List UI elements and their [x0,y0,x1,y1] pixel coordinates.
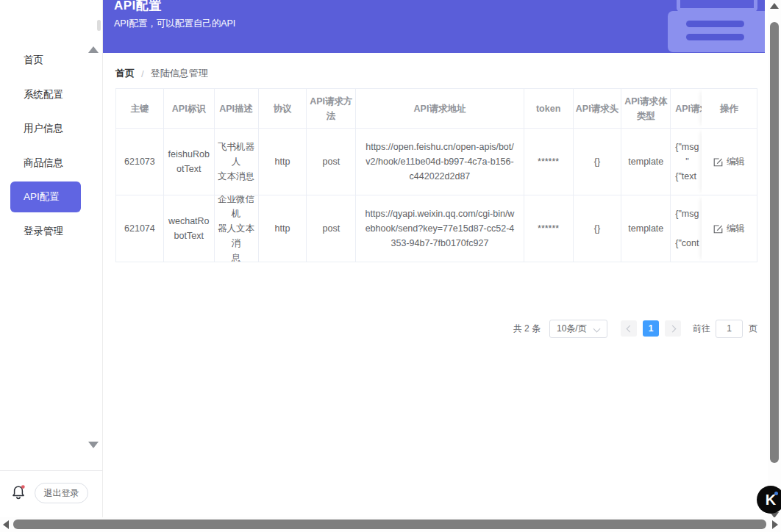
cell-protocol: http [259,195,307,262]
pagination: 共 2 条 10条/页 1 前往 页 [513,319,757,338]
edit-icon [713,157,723,167]
edit-button[interactable]: 编辑 [713,223,745,235]
scroll-up-arrow-icon[interactable] [770,3,779,9]
vertical-scrollbar[interactable] [768,0,781,532]
cell-token: ****** [524,129,574,195]
next-page-button[interactable] [665,320,681,337]
cell-id: 621073 [116,129,164,195]
horizontal-scrollbar[interactable] [0,517,781,532]
col-header-api-desc: API描述 [215,89,259,128]
header-illustration-frame [677,0,757,12]
col-header-method: API请求方法 [307,89,356,128]
scroll-left-arrow-icon[interactable] [3,520,9,529]
cell-url: https://open.feishu.cn/open-apis/bot/v2/… [356,129,524,195]
sidebar-item-api-config[interactable]: API配置 [10,181,81,212]
cell-body-type: template [621,195,671,262]
cell-actions: 编辑 [702,129,757,195]
main-content: 首页 / 登陆信息管理 主键 API标识 API描述 协议 API请求方法 AP… [103,53,765,532]
k-badge-dot [774,492,778,495]
breadcrumb-separator: / [141,68,144,79]
cell-id: 621074 [116,195,164,262]
table-row: 621073 feishuRobotText 飞书机器人 文本消息 http p… [116,129,757,195]
page-size-select[interactable]: 10条/页 [549,320,607,338]
breadcrumb-current: 登陆信息管理 [151,67,208,80]
cell-api-desc: 飞书机器人 文本消息 [215,129,259,195]
notification-dot [21,485,25,489]
api-table: 主键 API标识 API描述 协议 API请求方法 API请求地址 token … [115,88,757,262]
scroll-right-arrow-icon[interactable] [772,520,778,529]
col-header-api-key: API标识 [164,89,215,128]
page-unit-label: 页 [749,323,757,335]
prev-page-button[interactable] [621,320,637,337]
notification-bell-icon[interactable] [10,484,27,501]
col-header-protocol: 协议 [259,89,307,128]
goto-page-input[interactable] [716,320,743,338]
col-header-id: 主键 [116,89,164,128]
cell-body-type: template [621,129,671,195]
logout-button[interactable]: 退出登录 [35,483,88,503]
k-assistant-badge[interactable]: K [757,486,781,514]
cell-api-desc: 企业微信机 器人文本消 息 [215,195,259,262]
cell-actions: 编辑 [702,195,757,262]
page-number-button[interactable]: 1 [643,320,659,337]
cell-api-key: feishuRobotText [164,129,215,195]
col-header-token: token [524,89,574,128]
page-title: API配置 [114,0,162,14]
chevron-down-icon [593,325,601,332]
col-header-actions: 操作 [702,89,757,128]
sidebar-item-user-info[interactable]: 用户信息 [0,112,103,146]
edit-icon [713,224,723,234]
vertical-scrollbar-thumb[interactable] [770,22,779,463]
table-header-row: 主键 API标识 API描述 协议 API请求方法 API请求地址 token … [116,89,757,129]
sidebar-menu: 首页 系统配置 用户信息 商品信息 API配置 登录管理 [0,43,103,248]
illustration-line-icon [686,34,744,40]
cell-protocol: http [259,129,307,195]
page-subtitle: API配置，可以配置自己的API [114,18,235,30]
page-header: API配置 API配置，可以配置自己的API [103,0,765,53]
edit-button[interactable]: 编辑 [713,156,745,168]
col-header-body: API请求体 [671,89,702,128]
header-illustration-document [668,11,765,52]
col-header-body-type: API请求体类型 [621,89,671,128]
edit-button-label: 编辑 [727,156,745,168]
sidebar: 首页 系统配置 用户信息 商品信息 API配置 登录管理 退出登录 [0,0,103,532]
cell-body-clipped: {"msg {"cont [671,195,702,262]
sidebar-item-login-mgmt[interactable]: 登录管理 [0,215,103,249]
cell-method: post [307,129,356,195]
col-header-url: API请求地址 [356,89,524,128]
col-header-headers: API请求头 [574,89,622,128]
cell-method: post [307,195,356,262]
sidebar-item-home[interactable]: 首页 [0,43,103,78]
illustration-line-icon [686,21,744,27]
breadcrumb-home[interactable]: 首页 [115,67,135,80]
cell-body-clipped: {"msg " {"text [671,129,702,195]
sidebar-scrollbar-thumb[interactable] [97,20,101,31]
cell-url: https://qyapi.weixin.qq.com/cgi-bin/webh… [356,195,524,262]
goto-page-label: 前往 [693,323,710,335]
horizontal-scrollbar-thumb[interactable] [13,520,766,529]
sidebar-item-system-config[interactable]: 系统配置 [0,78,103,112]
sidebar-footer-divider [0,470,103,471]
cell-headers: {} [574,195,622,262]
sidebar-scroll-down-icon[interactable] [88,442,99,448]
page-size-value: 10条/页 [557,323,587,335]
cell-token: ****** [524,195,574,262]
table-row: 621074 wechatRobotText 企业微信机 器人文本消 息 htt… [116,195,757,262]
pagination-total: 共 2 条 [513,323,541,335]
breadcrumb: 首页 / 登陆信息管理 [115,67,208,80]
chevron-right-icon [668,325,676,332]
chevron-left-icon [626,325,633,332]
app-window: 首页 系统配置 用户信息 商品信息 API配置 登录管理 退出登录 API配置 … [0,0,781,532]
bell-icon [10,484,27,501]
cell-headers: {} [574,129,622,195]
cell-api-key: wechatRobotText [164,195,215,262]
edit-button-label: 编辑 [727,223,745,235]
sidebar-item-product-info[interactable]: 商品信息 [0,146,103,181]
